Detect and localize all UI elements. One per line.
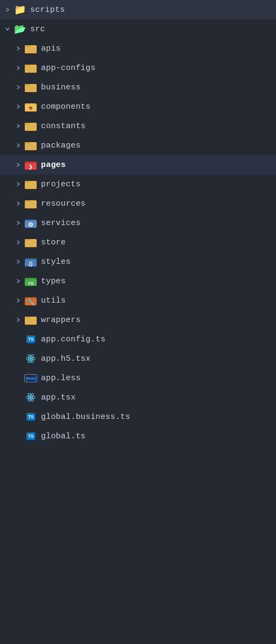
styles-label: styles bbox=[41, 257, 71, 267]
app.less-label: app.less bbox=[41, 374, 81, 383]
svg-point-38 bbox=[30, 224, 31, 225]
app.config.ts-label: app.config.ts bbox=[41, 335, 106, 344]
wrappers-icon bbox=[24, 314, 38, 326]
tree-item-business[interactable]: business bbox=[0, 78, 276, 97]
tree-item-src[interactable]: 📂src bbox=[0, 19, 276, 39]
tree-item-app.h5.tsx[interactable]: app.h5.tsx bbox=[0, 349, 276, 368]
file-tree: 📁scripts📂src apis app-configs business bbox=[0, 0, 276, 446]
chevron-icon bbox=[13, 123, 24, 129]
components-icon bbox=[24, 101, 38, 113]
tree-item-projects[interactable]: projects bbox=[0, 174, 276, 194]
app.less-icon: {less} bbox=[24, 372, 38, 384]
types-label: types bbox=[41, 277, 66, 286]
svg-point-60 bbox=[30, 358, 32, 360]
chevron-icon bbox=[13, 317, 24, 323]
tree-item-packages[interactable]: packages bbox=[0, 136, 276, 155]
chevron-icon bbox=[13, 85, 24, 90]
business-label: business bbox=[41, 83, 81, 92]
packages-icon bbox=[24, 139, 38, 151]
svg-rect-59 bbox=[25, 318, 37, 325]
styles-icon: {} bbox=[24, 256, 38, 268]
app.tsx-label: app.tsx bbox=[41, 393, 75, 402]
tree-item-app.less[interactable]: {less}app.less bbox=[0, 368, 276, 388]
components-label: components bbox=[41, 102, 91, 111]
chevron-icon bbox=[13, 46, 24, 51]
app.tsx-icon bbox=[24, 391, 38, 403]
app.h5.tsx-icon bbox=[24, 353, 38, 365]
apis-icon bbox=[24, 43, 38, 54]
tree-item-constants[interactable]: constants bbox=[0, 116, 276, 136]
services-label: services bbox=[41, 219, 81, 228]
src-icon: 📂 bbox=[13, 23, 27, 35]
svg-rect-15 bbox=[29, 107, 32, 108]
svg-rect-11 bbox=[25, 86, 37, 92]
app.config.ts-icon: TS bbox=[24, 333, 38, 345]
global.business.ts-label: global.business.ts bbox=[41, 412, 130, 422]
svg-text:TS: TS bbox=[28, 281, 34, 286]
tree-item-global.business.ts[interactable]: TSglobal.business.ts bbox=[0, 407, 276, 426]
tree-item-services[interactable]: services bbox=[0, 213, 276, 233]
resources-label: resources bbox=[41, 199, 86, 208]
svg-rect-30 bbox=[25, 183, 37, 189]
tree-item-resources[interactable]: resources bbox=[0, 194, 276, 213]
chevron-icon bbox=[13, 104, 24, 109]
chevron-icon bbox=[13, 240, 24, 245]
global.ts-label: global.ts bbox=[41, 432, 86, 441]
app-configs-icon bbox=[24, 62, 38, 74]
chevron-icon bbox=[13, 162, 24, 167]
types-icon: TS bbox=[24, 275, 38, 287]
tree-item-pages[interactable]: ❯ pages bbox=[0, 155, 276, 174]
wrappers-label: wrappers bbox=[41, 316, 81, 325]
pages-icon: ❯ bbox=[24, 159, 38, 171]
svg-text:🔧: 🔧 bbox=[27, 298, 35, 306]
tree-item-components[interactable]: components bbox=[0, 97, 276, 116]
scripts-label: scripts bbox=[30, 5, 65, 15]
svg-rect-23 bbox=[25, 144, 37, 150]
svg-text:❯: ❯ bbox=[29, 164, 33, 170]
projects-label: projects bbox=[41, 180, 81, 189]
tree-item-types[interactable]: TS types bbox=[0, 271, 276, 291]
tree-item-wrappers[interactable]: wrappers bbox=[0, 310, 276, 330]
utils-icon: 🔧 bbox=[24, 295, 38, 306]
svg-rect-7 bbox=[25, 66, 37, 73]
scripts-icon: 📁 bbox=[13, 4, 27, 16]
svg-text:{}: {} bbox=[29, 261, 33, 267]
store-icon bbox=[24, 236, 38, 248]
chevron-icon bbox=[13, 65, 24, 71]
chevron-icon bbox=[13, 143, 24, 148]
svg-rect-19 bbox=[25, 124, 37, 131]
constants-label: constants bbox=[41, 122, 86, 131]
store-label: store bbox=[41, 238, 66, 247]
tree-item-utils[interactable]: 🔧 utils bbox=[0, 291, 276, 310]
chevron-icon bbox=[13, 201, 24, 206]
chevron-icon bbox=[13, 298, 24, 303]
svg-rect-3 bbox=[25, 47, 37, 53]
utils-label: utils bbox=[41, 296, 66, 305]
business-icon bbox=[24, 81, 38, 93]
services-icon bbox=[24, 217, 38, 229]
chevron-icon bbox=[13, 181, 24, 187]
src-label: src bbox=[30, 25, 45, 34]
tree-item-store[interactable]: store bbox=[0, 233, 276, 252]
constants-icon bbox=[24, 120, 38, 132]
svg-rect-34 bbox=[25, 202, 37, 208]
tree-item-app.tsx[interactable]: app.tsx bbox=[0, 388, 276, 407]
tree-item-scripts[interactable]: 📁scripts bbox=[0, 0, 276, 19]
chevron-icon bbox=[2, 26, 13, 32]
tree-item-app-configs[interactable]: app-configs bbox=[0, 58, 276, 78]
app-configs-label: app-configs bbox=[41, 64, 95, 73]
chevron-icon bbox=[13, 259, 24, 264]
tree-item-app.config.ts[interactable]: TSapp.config.ts bbox=[0, 330, 276, 349]
global.business.ts-icon: TS bbox=[24, 411, 38, 423]
global.ts-icon: TS bbox=[24, 430, 38, 442]
projects-icon bbox=[24, 178, 38, 190]
chevron-icon bbox=[13, 278, 24, 284]
tree-item-apis[interactable]: apis bbox=[0, 39, 276, 58]
svg-rect-46 bbox=[25, 241, 37, 247]
chevron-icon bbox=[2, 7, 13, 12]
packages-label: packages bbox=[41, 141, 81, 150]
tree-item-styles[interactable]: {} styles bbox=[0, 252, 276, 271]
tree-item-global.ts[interactable]: TSglobal.ts bbox=[0, 426, 276, 446]
svg-point-64 bbox=[30, 396, 32, 398]
app.h5.tsx-label: app.h5.tsx bbox=[41, 354, 91, 363]
